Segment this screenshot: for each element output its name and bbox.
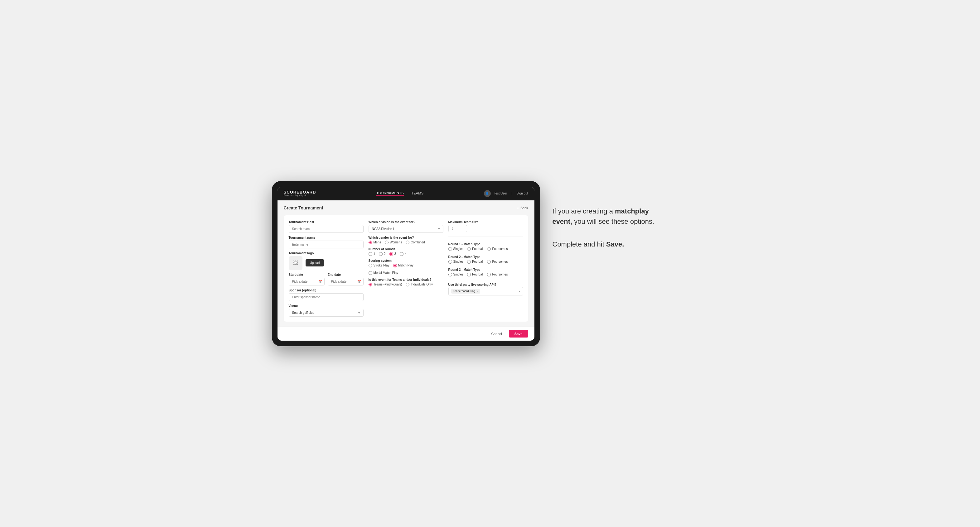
tablet-device: SCOREBOARD Powered by clippit TOURNAMENT… — [272, 181, 540, 346]
division-label: Which division is the event for? — [369, 220, 443, 224]
user-name: Test User — [494, 192, 507, 195]
rounds-1-option[interactable]: 1 — [369, 252, 375, 256]
venue-group: Venue Search golf club — [289, 304, 364, 317]
gender-mens-option[interactable]: Mens — [369, 241, 381, 244]
rounds-1-radio[interactable] — [369, 252, 372, 256]
tag-close-icon[interactable]: × — [476, 289, 478, 293]
round3-radio-group: Singles Fourball Foursomes — [449, 273, 523, 276]
round1-radio-group: Singles Fourball Foursomes — [449, 247, 523, 251]
annotations-section: If you are creating a matchplay event, y… — [552, 181, 708, 249]
round2-foursomes-option[interactable]: Foursomes — [487, 260, 508, 264]
rounds-2-radio[interactable] — [379, 252, 383, 256]
round1-section: Round 1 - Match Type Singles Fourball — [449, 243, 523, 251]
date-row: Start date 📅 End date 📅 — [289, 273, 364, 286]
rounds-3-radio[interactable] — [390, 252, 393, 256]
scoring-match-radio[interactable] — [393, 264, 397, 267]
end-date-label: End date — [328, 273, 364, 276]
avatar-icon: 👤 — [485, 192, 489, 195]
round3-foursomes-radio[interactable] — [487, 273, 491, 276]
top-navigation: SCOREBOARD Powered by clippit TOURNAMENT… — [277, 187, 535, 200]
rounds-3-option[interactable]: 3 — [390, 252, 396, 256]
signout-link[interactable]: Sign out — [517, 192, 528, 195]
back-button[interactable]: ← Back — [516, 206, 528, 210]
max-team-size-input[interactable] — [449, 225, 467, 232]
division-group: Which division is the event for? NCAA Di… — [369, 220, 443, 233]
round1-fourball-radio[interactable] — [467, 247, 471, 251]
tournament-name-input[interactable] — [289, 241, 364, 248]
scoring-stroke-radio[interactable] — [369, 264, 372, 267]
round1-foursomes-radio[interactable] — [487, 247, 491, 251]
round1-label: Round 1 - Match Type — [449, 243, 523, 246]
scoring-match-label: Match Play — [398, 264, 414, 267]
round3-label: Round 3 - Match Type — [449, 268, 523, 271]
gender-combined-radio[interactable] — [406, 241, 409, 244]
tournament-logo-group: Tournament logo 🖼 Upload — [289, 251, 364, 270]
round2-singles-option[interactable]: Singles — [449, 260, 464, 264]
third-party-section: Use third-party live scoring API? Leader… — [449, 281, 523, 295]
event-type-individuals-option[interactable]: Individuals Only — [406, 283, 433, 286]
round3-fourball-radio[interactable] — [467, 273, 471, 276]
cancel-button[interactable]: Cancel — [488, 330, 506, 338]
annotation-top-text: If you are creating a matchplay event, y… — [552, 206, 659, 227]
gender-womens-option[interactable]: Womens — [385, 241, 402, 244]
event-type-teams-option[interactable]: Teams (+Individuals) — [369, 283, 402, 286]
round2-fourball-radio[interactable] — [467, 260, 471, 264]
rounds-1-label: 1 — [374, 252, 375, 256]
rounds-4-radio[interactable] — [400, 252, 404, 256]
round2-fourball-option[interactable]: Fourball — [467, 260, 483, 264]
round3-singles-label: Singles — [453, 273, 464, 276]
rounds-4-option[interactable]: 4 — [400, 252, 407, 256]
gender-womens-radio[interactable] — [385, 241, 388, 244]
tournament-host-input[interactable] — [289, 225, 364, 233]
event-type-teams-radio[interactable] — [369, 283, 372, 286]
round2-singles-radio[interactable] — [449, 260, 452, 264]
gender-womens-label: Womens — [390, 241, 402, 244]
venue-select[interactable]: Search golf club — [289, 309, 364, 317]
max-team-size-label: Maximum Team Size — [449, 220, 523, 224]
nav-item-tournaments[interactable]: TOURNAMENTS — [376, 191, 404, 196]
round1-singles-option[interactable]: Singles — [449, 247, 464, 251]
rounds-3-label: 3 — [395, 252, 396, 256]
upload-button[interactable]: Upload — [305, 259, 324, 267]
event-type-individuals-radio[interactable] — [406, 283, 409, 286]
save-button[interactable]: Save — [509, 330, 528, 338]
max-team-size-group: Maximum Team Size — [449, 220, 523, 232]
annotation-bottom-text: Complete and hit Save. — [552, 239, 659, 249]
round3-singles-radio[interactable] — [449, 273, 452, 276]
event-type-teams-label: Teams (+Individuals) — [374, 283, 402, 286]
round3-fourball-option[interactable]: Fourball — [467, 273, 483, 276]
end-date-input[interactable] — [328, 278, 364, 286]
round1-foursomes-option[interactable]: Foursomes — [487, 247, 508, 251]
sponsor-input[interactable] — [289, 293, 364, 301]
start-date-input[interactable] — [289, 278, 325, 286]
round2-foursomes-radio[interactable] — [487, 260, 491, 264]
tablet-screen: SCOREBOARD Powered by clippit TOURNAMENT… — [277, 187, 535, 341]
event-type-group: Is this event for Teams and/or Individua… — [369, 278, 443, 286]
form-left-section: Tournament Host Tournament name Tourname… — [289, 220, 364, 317]
scoring-medal-radio[interactable] — [369, 271, 372, 275]
content-area: Create Tournament ← Back Tournament Host… — [277, 200, 535, 327]
tournament-host-label: Tournament Host — [289, 220, 364, 224]
round1-foursomes-label: Foursomes — [492, 247, 508, 251]
round1-fourball-option[interactable]: Fourball — [467, 247, 483, 251]
scoring-medal-option[interactable]: Medal Match Play — [369, 271, 398, 275]
scoring-stroke-option[interactable]: Stroke Play — [369, 264, 390, 267]
scoring-group: Scoring system Stroke Play Match Play — [369, 259, 443, 275]
gender-combined-option[interactable]: Combined — [406, 241, 425, 244]
divider-1 — [449, 237, 523, 237]
logo-upload-area: 🖼 Upload — [289, 256, 364, 270]
annotation-top-rest: you will see these options. — [572, 217, 654, 225]
round3-foursomes-option[interactable]: Foursomes — [487, 273, 508, 276]
rounds-2-option[interactable]: 2 — [379, 252, 386, 256]
division-select[interactable]: NCAA Division I — [369, 225, 443, 233]
round3-foursomes-label: Foursomes — [492, 273, 508, 276]
third-party-tag-text: Leaderboard King — [453, 289, 476, 293]
round3-singles-option[interactable]: Singles — [449, 273, 464, 276]
third-party-select-box[interactable]: Leaderboard King × ▾ — [449, 287, 523, 295]
gender-mens-radio[interactable] — [369, 241, 372, 244]
nav-item-teams[interactable]: TEAMS — [411, 191, 423, 196]
round1-singles-radio[interactable] — [449, 247, 452, 251]
scoring-match-option[interactable]: Match Play — [393, 264, 414, 267]
sponsor-group: Sponsor (optional) — [289, 289, 364, 301]
round2-section: Round 2 - Match Type Singles Fourball — [449, 255, 523, 264]
